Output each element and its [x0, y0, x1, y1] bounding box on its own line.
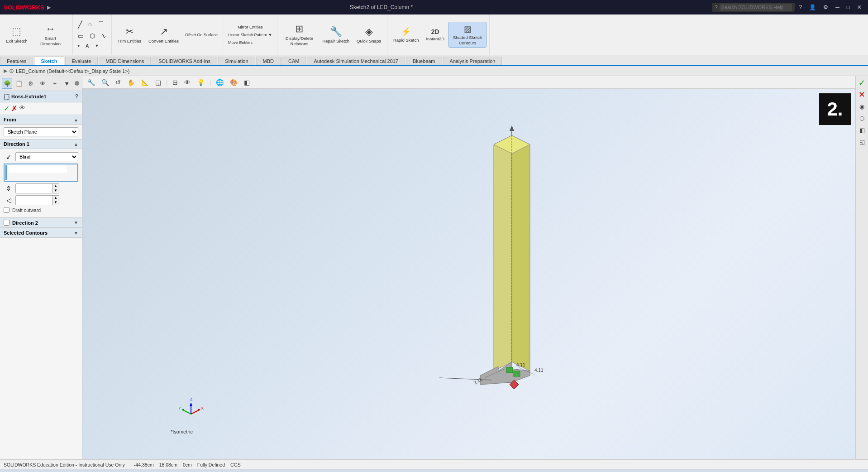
- measure-button[interactable]: 📐: [139, 77, 151, 87]
- right-display-button[interactable]: ⬡: [857, 113, 867, 123]
- circle-button[interactable]: ○: [86, 19, 94, 30]
- depth-down-button[interactable]: ▼: [52, 188, 59, 193]
- linear-pattern-button[interactable]: Linear Sketch Pattern ▼: [226, 32, 274, 38]
- text-button[interactable]: A: [83, 42, 91, 50]
- tab-bluebeam[interactable]: Bluebeam: [406, 57, 442, 65]
- view-button[interactable]: 👁: [182, 77, 193, 87]
- right-scene-button[interactable]: ◧: [857, 125, 867, 135]
- trim-icon: ✂: [125, 26, 134, 38]
- close-button[interactable]: ✕: [854, 3, 864, 11]
- light-button[interactable]: 💡: [195, 77, 207, 87]
- tab-evaluate[interactable]: Evaluate: [65, 57, 98, 65]
- point-button[interactable]: •: [76, 42, 82, 50]
- rapid-sketch-button[interactable]: ⚡ Rapid Sketch: [390, 24, 422, 45]
- arc-button[interactable]: ⌒: [95, 19, 106, 30]
- tab-solidworks-addins[interactable]: SOLIDWORKS Add-Ins: [152, 57, 217, 65]
- depth-up-button[interactable]: ▲: [52, 184, 59, 188]
- cancel-button[interactable]: ✗: [11, 104, 17, 113]
- maximize-button[interactable]: □: [844, 3, 853, 11]
- draft-icon: ◁: [4, 195, 14, 205]
- selected-contours-header[interactable]: Selected Contours ▼: [0, 228, 82, 238]
- more-button[interactable]: ▼: [92, 42, 101, 50]
- shaded-sketch-button[interactable]: ▨ Shaded Sketch Contours: [448, 22, 486, 48]
- direction2-checkbox[interactable]: [4, 220, 10, 226]
- coord-z: 0cm: [183, 462, 192, 467]
- exit-sketch-button[interactable]: ⬚ Exit Sketch: [3, 24, 31, 46]
- tab-autodesk[interactable]: Autodesk Simulation Mechanical 2017: [307, 57, 405, 65]
- move-entities-row: Move Entities: [226, 39, 274, 46]
- status-coords: -44.38cm 18.08cm 0cm Fully Defined CGS: [134, 462, 241, 467]
- right-feature-button[interactable]: ◉: [857, 101, 867, 111]
- tab-mbd-dimensions[interactable]: MBD Dimensions: [99, 57, 151, 65]
- help-panel-icon[interactable]: ?: [75, 93, 78, 100]
- smart-dimension-button[interactable]: ↔ Smart Dimension: [32, 21, 70, 48]
- fm-icon-display[interactable]: 👁: [38, 78, 48, 89]
- settings-button[interactable]: ⚙: [820, 3, 831, 11]
- appearance-button[interactable]: 🎨: [228, 77, 240, 87]
- quick-snaps-button[interactable]: ◈ Quick Snaps: [353, 24, 384, 46]
- direction1-type-select[interactable]: Blind Through All Up to Next Up to Verte…: [15, 152, 78, 161]
- display-delete-section: ⊞ Display/Delete Relations 🔧 Repair Sket…: [277, 14, 387, 55]
- fm-icon-more[interactable]: ▼: [62, 78, 72, 89]
- tab-analysis[interactable]: Analysis Preparation: [443, 57, 502, 65]
- section-view-button[interactable]: ⊟: [170, 77, 180, 87]
- instant2d-button[interactable]: 2D Instant2D: [423, 26, 448, 43]
- help-button[interactable]: ?: [796, 3, 805, 11]
- mirror-entities-button[interactable]: Mirror Entities: [226, 24, 274, 30]
- pan-button[interactable]: ✋: [125, 77, 137, 87]
- orient-button[interactable]: 🔧: [85, 77, 97, 87]
- title-bar-right[interactable]: ? ? 👤 ⚙ ─ □ ✕: [712, 3, 864, 12]
- ok-button[interactable]: ✓: [4, 104, 10, 113]
- left-panel: 🌳 📋 ⚙ 👁 + ▼ ⬚ Boss-Extrude1 ? ✓: [0, 76, 82, 459]
- direction2-label: Direction 2: [12, 220, 38, 226]
- draw-row-2: ▭ ⬡ ∿: [76, 31, 109, 40]
- svg-marker-0: [494, 135, 512, 371]
- from-section-header[interactable]: From ▲: [0, 115, 82, 125]
- spline-button[interactable]: ∿: [99, 31, 109, 40]
- search-input[interactable]: [720, 4, 792, 11]
- scene-button[interactable]: 🌐: [214, 77, 226, 87]
- move-entities-button[interactable]: Move Entities: [226, 39, 255, 46]
- repair-sketch-button[interactable]: 🔧 Repair Sketch: [319, 24, 353, 46]
- preview-eye-button[interactable]: 👁: [19, 104, 25, 113]
- right-config-button[interactable]: ◱: [857, 137, 867, 147]
- trim-entities-button[interactable]: ✂ Trim Entities: [114, 24, 144, 46]
- tab-mbd[interactable]: MBD: [256, 57, 281, 65]
- direction1-section-header[interactable]: Direction 1 ▲: [0, 139, 82, 149]
- convert-entities-button[interactable]: ↗ Convert Entities: [145, 24, 182, 46]
- decal-button[interactable]: ◧: [242, 77, 252, 87]
- direction2-section-header[interactable]: Direction 2 ▼: [0, 217, 82, 228]
- draft-up-button[interactable]: ▲: [52, 196, 59, 200]
- reverse-direction-button[interactable]: ↙: [4, 152, 14, 162]
- rectangle-button[interactable]: ▭: [76, 31, 86, 40]
- user-button[interactable]: 👤: [806, 3, 819, 11]
- from-type-select[interactable]: Sketch Plane Surface/Face/Plane Vertex O…: [4, 127, 78, 136]
- rotate-button[interactable]: ↺: [113, 77, 123, 87]
- right-cancel-button[interactable]: ✕: [857, 90, 867, 100]
- offset-on-surface-button[interactable]: Offset On Surface: [183, 32, 220, 38]
- polygon-button[interactable]: ⬡: [87, 31, 97, 40]
- draft-value-input[interactable]: [16, 197, 52, 204]
- zoom-button[interactable]: 🔍: [99, 77, 111, 87]
- line-button[interactable]: ╱: [76, 19, 85, 30]
- display-delete-relations-button[interactable]: ⊞ Display/Delete Relations: [280, 21, 318, 48]
- tab-features[interactable]: Features: [0, 57, 33, 65]
- depth-value-input[interactable]: 30.00cm: [16, 185, 52, 192]
- draft-outward-checkbox[interactable]: [4, 207, 10, 213]
- draft-down-button[interactable]: ▼: [52, 200, 59, 205]
- selected-contours-arrow: ▼: [74, 231, 78, 236]
- right-ok-button[interactable]: ✓: [857, 78, 867, 88]
- tab-simulation[interactable]: Simulation: [218, 57, 255, 65]
- draft-outward-label: Draft outward: [12, 207, 41, 213]
- tab-cam[interactable]: CAM: [281, 57, 306, 65]
- fm-icon-config[interactable]: ⚙: [26, 78, 36, 89]
- direction1-input[interactable]: [8, 165, 67, 173]
- minimize-button[interactable]: ─: [833, 3, 842, 11]
- fm-icon-property[interactable]: 📋: [14, 78, 24, 89]
- quick-snaps-icon: ◈: [365, 26, 373, 38]
- fm-icon-tree[interactable]: 🌳: [2, 78, 12, 89]
- display-style-button[interactable]: ◱: [153, 77, 163, 87]
- fm-icon-custom[interactable]: +: [50, 78, 60, 89]
- viewport[interactable]: 2.: [82, 89, 855, 459]
- tab-sketch[interactable]: Sketch: [34, 57, 64, 65]
